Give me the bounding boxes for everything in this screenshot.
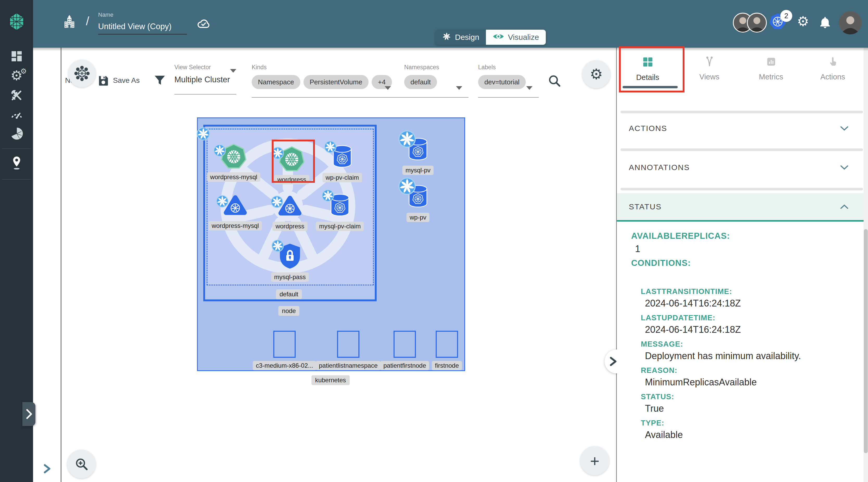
meshery-swirl-badge: [324, 141, 337, 154]
meshery-swirl-badge: [398, 177, 416, 196]
view-selector[interactable]: View Selector Multiple Cluster: [175, 64, 236, 84]
node-label: c3-medium-x86-02...: [253, 361, 316, 370]
chevron-down-icon[interactable]: [526, 86, 532, 90]
canvas-node-patientfirstnode[interactable]: patientfirstnode: [394, 331, 416, 369]
notifications-bell-icon[interactable]: [818, 16, 832, 30]
filter-funnel-icon[interactable]: [153, 73, 166, 88]
context-count-badge: 2: [780, 10, 792, 22]
chevron-down-icon[interactable]: [230, 69, 236, 73]
panel-tab-metrics[interactable]: Metrics: [740, 48, 802, 92]
tab-visualize[interactable]: Visualize: [486, 30, 546, 45]
search-icon[interactable]: [547, 73, 562, 89]
metrics-tab-icon: [766, 57, 776, 68]
secret-icon: [278, 266, 302, 271]
chevron-down-icon: [840, 164, 849, 170]
cluster-reposition-button[interactable]: [68, 60, 96, 87]
meshery-logo[interactable]: [0, 13, 33, 30]
panel-tab-views[interactable]: Views: [679, 48, 740, 92]
node-label: wordpress: [273, 221, 308, 231]
eye-icon: [493, 33, 504, 42]
accordion-status[interactable]: STATUS: [617, 193, 864, 221]
filter-chip[interactable]: PersistentVolume: [304, 75, 369, 89]
canvas-node-c3-medium-x86-02-[interactable]: c3-medium-x86-02...: [273, 331, 296, 369]
header-shadow: [33, 48, 868, 51]
chevron-down-icon[interactable]: [385, 86, 391, 90]
accordion-annotations[interactable]: ANNOTATIONS: [617, 155, 864, 180]
placeholder-node-icon: [394, 331, 416, 358]
status-fields: AVAILABLEREPLICAS:1CONDITIONS:LASTTRANSI…: [617, 227, 864, 444]
canvas-node-wordpress-mysql[interactable]: wordpress-mysql: [220, 143, 247, 182]
status-field-key: STATUS:: [641, 392, 864, 401]
canvas-node-mysql-pv[interactable]: mysql-pv: [406, 136, 430, 175]
actions-section-label: ACTIONS: [629, 124, 667, 133]
visualize-tab-label: Visualize: [508, 33, 539, 42]
annotation-highlight-wordpress: [272, 140, 315, 183]
namespaces-filter[interactable]: Namespaces default: [404, 64, 468, 89]
zoom-in-button[interactable]: [67, 450, 96, 478]
meshery-swirl-badge: [272, 240, 284, 253]
view-selector-label: View Selector: [175, 64, 236, 71]
rail-canvas-divider: [61, 48, 61, 482]
namespaces-label: Namespaces: [404, 64, 468, 71]
status-section-label: STATUS: [629, 202, 661, 211]
canvas-node-firstnode[interactable]: firstnode: [436, 331, 458, 369]
canvas-node-wp-pv[interactable]: wp-pv: [406, 183, 430, 222]
organization-icon[interactable]: [62, 14, 77, 31]
save-as-icon[interactable]: [97, 74, 110, 88]
section-divider: [620, 188, 863, 190]
placeholder-node-icon: [273, 331, 296, 358]
sidebar-item-extensions[interactable]: [0, 127, 33, 140]
scrollbar-thumb[interactable]: [864, 229, 868, 453]
node-label: node: [278, 306, 299, 316]
labels-filter[interactable]: Labels dev=tutorial: [478, 64, 539, 89]
canvas-node-mysql-pv-claim[interactable]: mysql-pv-claim: [328, 192, 352, 231]
canvas-node-wp-pv-claim[interactable]: wp-pv-claim: [330, 143, 354, 182]
kinds-filter[interactable]: Kinds NamespacePersistentVolume+4: [252, 64, 407, 89]
add-node-button[interactable]: +: [580, 446, 609, 475]
status-field-key: TYPE:: [641, 419, 864, 427]
filter-chip[interactable]: dev=tutorial: [478, 75, 526, 89]
collaborator-avatars[interactable]: [733, 12, 767, 34]
meshery-swirl-badge: [271, 195, 283, 209]
sidebar-item-lifecycle[interactable]: ⚙⚙: [0, 69, 33, 82]
filter-chip[interactable]: default: [404, 75, 437, 89]
node-label: firstnode: [432, 361, 462, 370]
tab-design[interactable]: Design: [435, 30, 486, 45]
view-name-underline: [98, 34, 187, 35]
sidebar-item-performance[interactable]: [0, 108, 33, 122]
kinds-label: Kinds: [252, 64, 407, 71]
deployment-icon: [220, 166, 247, 171]
sidebar-item-dashboard[interactable]: [0, 50, 33, 63]
canvas-node-wordpress-mysql[interactable]: wordpress-mysql: [223, 193, 248, 231]
panel-tab-actions[interactable]: Actions: [802, 48, 864, 92]
sidebar-divider: [2, 148, 31, 149]
chevron-down-icon[interactable]: [456, 86, 462, 90]
settings-gear-icon[interactable]: ⚙: [797, 14, 809, 28]
avatar[interactable]: [747, 12, 767, 33]
visualization-canvas[interactable]: New Save As View Selector Multiple Clust…: [61, 48, 616, 482]
filter-chip[interactable]: Namespace: [252, 75, 300, 89]
views-tab-icon: [704, 57, 715, 68]
canvas-settings-button[interactable]: ⚙: [582, 60, 610, 88]
sidebar-item-configuration[interactable]: [0, 89, 33, 102]
accordion-actions[interactable]: ACTIONS: [617, 116, 864, 141]
canvas-node-wordpress[interactable]: wordpress: [277, 194, 303, 231]
canvas-node-mysql-pass[interactable]: mysql-pass: [278, 242, 302, 281]
sidebar-item-designer-pin[interactable]: [0, 156, 33, 170]
user-avatar[interactable]: [839, 11, 862, 35]
namespace-label: default: [276, 289, 302, 299]
save-as-button[interactable]: Save As: [113, 76, 140, 85]
canvas-node-patientlistnamespace[interactable]: patientlistnamespace: [337, 331, 360, 369]
sidebar-expand-handle[interactable]: [22, 402, 35, 426]
view-name-input[interactable]: Untitled View (Copy): [98, 22, 172, 31]
view-selector-value[interactable]: Multiple Cluster: [175, 75, 236, 84]
pod-icon: [223, 215, 248, 219]
node-label: mysql-pv-claim: [316, 221, 364, 231]
annotations-section-label: ANNOTATIONS: [629, 163, 690, 172]
node-label: mysql-pass: [271, 272, 309, 282]
status-field-key: AVAILABLEREPLICAS:: [631, 231, 864, 241]
rail-expand-chevron[interactable]: [41, 463, 53, 476]
meshery-spinner-icon: [442, 32, 451, 43]
node-label: wordpress-mysql: [209, 221, 262, 231]
node-label: wp-pv-claim: [322, 173, 362, 182]
